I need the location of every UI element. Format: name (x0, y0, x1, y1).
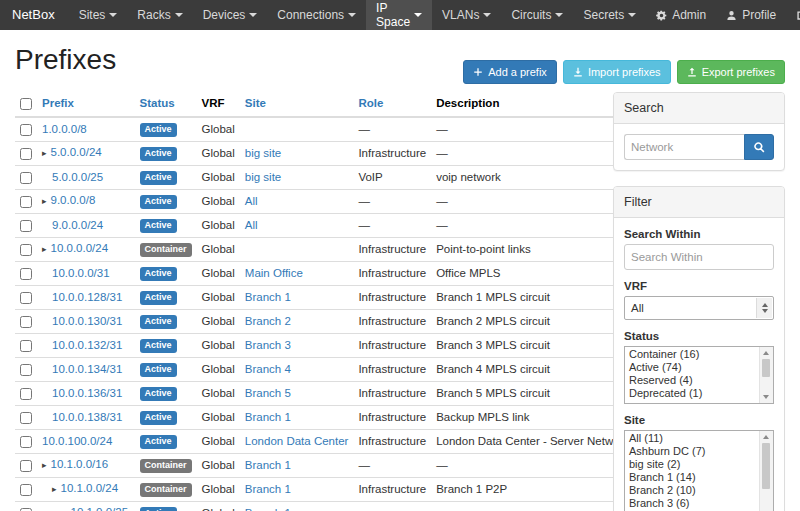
column-header-prefix[interactable]: Prefix (37, 92, 135, 117)
row-checkbox[interactable] (20, 364, 32, 376)
nav-item-circuits[interactable]: Circuits (501, 0, 573, 30)
row-checkbox[interactable] (20, 388, 32, 400)
row-checkbox[interactable] (20, 124, 32, 136)
row-checkbox[interactable] (20, 220, 32, 232)
prefix-link[interactable]: 10.1.0.0/25 (71, 506, 129, 511)
search-panel-title: Search (614, 93, 784, 124)
scroll-up-icon[interactable] (763, 435, 769, 439)
site-link[interactable]: Branch 4 (245, 363, 291, 375)
row-checkbox[interactable] (20, 268, 32, 280)
role-cell: — (353, 213, 431, 237)
filter-option[interactable]: Branch 1 (14) (626, 471, 758, 484)
site-link[interactable]: All (245, 219, 258, 231)
sort-prefix[interactable]: Prefix (42, 97, 74, 109)
status-filter-select[interactable]: Container (16)Active (74)Reserved (4)Dep… (624, 346, 774, 404)
filter-option[interactable]: big site (2) (626, 458, 758, 471)
prefix-link[interactable]: 1.0.0.0/8 (42, 123, 87, 135)
prefix-link[interactable]: 9.0.0.0/24 (52, 219, 103, 231)
site-link[interactable]: big site (245, 147, 281, 159)
site-link[interactable]: Branch 1 (245, 411, 291, 423)
site-filter-select[interactable]: All (11)Ashburn DC (7)big site (2)Branch… (624, 430, 774, 511)
row-checkbox[interactable] (20, 244, 32, 256)
prefix-link[interactable]: 10.0.0.128/31 (52, 291, 122, 303)
row-checkbox[interactable] (20, 172, 32, 184)
nav-item-connections[interactable]: Connections (267, 0, 366, 30)
site-link[interactable]: Branch 1 (245, 459, 291, 471)
search-input[interactable] (624, 134, 744, 160)
prefix-link[interactable]: 5.0.0.0/25 (52, 171, 103, 183)
site-link[interactable]: Branch 1 (245, 291, 291, 303)
row-checkbox[interactable] (20, 340, 32, 352)
app-brand[interactable]: NetBox (0, 0, 69, 30)
nav-item-label: Racks (137, 8, 170, 22)
filter-option[interactable]: Reserved (4) (626, 374, 758, 387)
row-checkbox[interactable] (20, 412, 32, 424)
filter-option[interactable]: Branch 3 (6) (626, 497, 758, 510)
scroll-down-icon[interactable] (763, 395, 769, 399)
row-checkbox[interactable] (20, 484, 32, 496)
site-link[interactable]: All (245, 195, 258, 207)
row-checkbox[interactable] (20, 316, 32, 328)
prefix-link[interactable]: 10.0.100.0/24 (42, 435, 112, 447)
prefix-link[interactable]: 10.1.0.0/16 (51, 458, 109, 470)
column-header-site[interactable]: Site (240, 92, 354, 117)
nav-item-vlans[interactable]: VLANs (432, 0, 501, 30)
search-within-input[interactable] (624, 244, 774, 270)
site-link[interactable]: Main Office (245, 267, 303, 279)
sort-role[interactable]: Role (358, 97, 383, 109)
prefix-link[interactable]: 10.0.0.136/31 (52, 387, 122, 399)
admin-link[interactable]: Admin (646, 0, 716, 30)
nav-item-ip-space[interactable]: IP Space (366, 0, 432, 30)
prefix-link[interactable]: 10.0.0.134/31 (52, 363, 122, 375)
site-link[interactable]: big site (245, 171, 281, 183)
filter-option[interactable]: Branch 2 (10) (626, 484, 758, 497)
scrollbar[interactable] (759, 431, 773, 511)
row-checkbox[interactable] (20, 196, 32, 208)
site-link[interactable]: Branch 1 (245, 507, 291, 511)
prefix-link[interactable]: 9.0.0.0/8 (51, 194, 96, 206)
prefix-link[interactable]: 10.1.0.0/24 (61, 482, 119, 494)
log-out-link[interactable]: Log out (786, 0, 800, 30)
site-link[interactable]: Branch 1 (245, 483, 291, 495)
prefix-link[interactable]: 10.0.0.132/31 (52, 339, 122, 351)
site-link[interactable]: London Data Center (245, 435, 349, 447)
sort-site[interactable]: Site (245, 97, 266, 109)
scrollbar[interactable] (759, 347, 773, 403)
prefix-link[interactable]: 10.0.0.138/31 (52, 411, 122, 423)
site-link[interactable]: Branch 5 (245, 387, 291, 399)
import-prefixes-button[interactable]: Import prefixes (563, 60, 671, 84)
scroll-up-icon[interactable] (763, 351, 769, 355)
prefix-link[interactable]: 10.0.0.0/31 (52, 267, 110, 279)
nav-item-devices[interactable]: Devices (193, 0, 268, 30)
row-checkbox[interactable] (20, 148, 32, 160)
filter-option[interactable]: Deprecated (1) (626, 387, 758, 400)
row-checkbox[interactable] (20, 436, 32, 448)
vrf-filter-select[interactable]: All (624, 296, 774, 320)
filter-option[interactable]: Container (16) (626, 348, 758, 361)
prefix-link[interactable]: 10.0.0.0/24 (51, 242, 109, 254)
row-checkbox[interactable] (20, 460, 32, 472)
column-header-role[interactable]: Role (353, 92, 431, 117)
nav-item-secrets[interactable]: Secrets (573, 0, 646, 30)
filter-option[interactable]: Active (74) (626, 361, 758, 374)
add-a-prefix-button[interactable]: Add a prefix (463, 60, 557, 84)
nav-item-racks[interactable]: Racks (127, 0, 192, 30)
column-header-status[interactable]: Status (135, 92, 197, 117)
site-link[interactable]: Branch 2 (245, 315, 291, 327)
sort-status[interactable]: Status (140, 97, 175, 109)
row-checkbox[interactable] (20, 292, 32, 304)
search-button[interactable] (744, 134, 774, 160)
filter-option[interactable]: All (11) (626, 432, 758, 445)
nav-item-sites[interactable]: Sites (69, 0, 128, 30)
prefix-cell: 9.0.0.0/24 (37, 213, 135, 237)
prefix-link[interactable]: 10.0.0.130/31 (52, 315, 122, 327)
scroll-thumb[interactable] (762, 443, 770, 489)
profile-link[interactable]: Profile (716, 0, 786, 30)
prefix-link[interactable]: 5.0.0.0/24 (51, 146, 102, 158)
site-cell: Branch 2 (240, 309, 354, 333)
scroll-thumb[interactable] (762, 359, 770, 377)
select-all-checkbox[interactable] (20, 98, 32, 110)
filter-option[interactable]: Ashburn DC (7) (626, 445, 758, 458)
export-prefixes-button[interactable]: Export prefixes (677, 60, 785, 84)
site-link[interactable]: Branch 3 (245, 339, 291, 351)
